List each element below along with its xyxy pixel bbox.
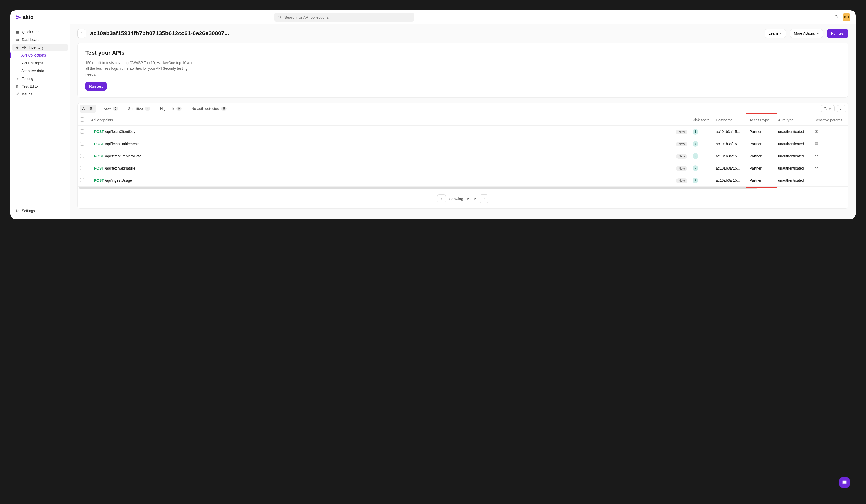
count-badge: 5 [221, 107, 226, 111]
nav-api-inventory[interactable]: ◆ API Inventory [12, 44, 68, 51]
brand-logo[interactable]: akto [15, 14, 62, 20]
col-risk[interactable]: Risk score [690, 114, 713, 126]
table-row[interactable]: POST /api/fetchClientKeyNew2ac10ab3af15.… [78, 126, 848, 138]
hostname-cell: ac10ab3af15... [713, 138, 747, 150]
risk-badge: 2 [692, 141, 698, 147]
learn-button[interactable]: Learn [765, 29, 786, 38]
access-cell: Partner [747, 162, 776, 175]
pagination: Showing 1-5 of 5 [78, 190, 848, 209]
intro-run-test-button[interactable]: Run test [85, 82, 107, 91]
horizontal-scrollbar[interactable] [79, 187, 757, 189]
mail-icon [814, 154, 819, 158]
nav-test-editor[interactable]: ▯ Test Editor [12, 82, 68, 90]
tab-all[interactable]: All 5 [80, 105, 96, 113]
endpoint-path: /api/ingestUsage [105, 178, 132, 182]
grid-icon: ▦ [15, 30, 19, 34]
mail-icon [814, 166, 819, 170]
intro-heading: Test your APIs [85, 49, 840, 56]
search-icon [823, 107, 827, 110]
sort-icon [840, 107, 843, 110]
sort-button[interactable] [837, 105, 846, 112]
bell-icon[interactable] [834, 15, 839, 20]
tab-high-risk[interactable]: High risk 0 [157, 105, 184, 113]
sensitive-cell [812, 126, 848, 138]
arrow-left-icon [80, 32, 84, 35]
nav-sensitive-data[interactable]: Sensitive data [12, 67, 68, 75]
col-sensitive[interactable]: Sensitive params [812, 114, 848, 126]
auth-cell: unauthenticated [776, 162, 812, 175]
topbar: akto BH [10, 10, 856, 24]
auth-cell: unauthenticated [776, 126, 812, 138]
chart-icon: ␥ [15, 92, 19, 96]
prev-page-button[interactable] [437, 194, 446, 203]
table-row[interactable]: POST /api/ingestUsageNew2ac10ab3af15...P… [78, 175, 848, 187]
avatar[interactable]: BH [843, 13, 851, 21]
brand-name: akto [23, 14, 33, 20]
table-tools [821, 105, 846, 112]
row-checkbox[interactable] [80, 166, 84, 170]
row-checkbox[interactable] [80, 142, 84, 146]
access-cell: Partner [747, 150, 776, 162]
endpoint-path: /api/fetchOrgMetaData [105, 154, 142, 158]
nav-testing[interactable]: ◎ Testing [12, 75, 68, 82]
gear-icon: ⚙ [15, 209, 19, 213]
endpoints-table: Api endpoints Risk score Hostname Access… [77, 114, 848, 209]
new-badge: New [676, 154, 687, 159]
svg-point-0 [278, 16, 280, 18]
filter-tabs: All 5 New 5 Sensitive 4 High risk 0 No a… [77, 103, 848, 114]
sensitive-cell [812, 162, 848, 175]
access-cell: Partner [747, 126, 776, 138]
more-actions-button[interactable]: More Actions [790, 29, 823, 38]
table-row[interactable]: POST /api/fetchSignatureNew2ac10ab3af15.… [78, 162, 848, 175]
hostname-cell: ac10ab3af15... [713, 150, 747, 162]
sensitive-cell [812, 175, 848, 187]
tab-sensitive[interactable]: Sensitive 4 [125, 105, 153, 113]
count-badge: 0 [176, 107, 182, 111]
access-cell: Partner [747, 138, 776, 150]
select-all-checkbox[interactable] [80, 117, 84, 122]
table-row[interactable]: POST /api/fetchEntitlementsNew2ac10ab3af… [78, 138, 848, 150]
svg-line-3 [826, 109, 826, 110]
col-access[interactable]: Access type [747, 114, 776, 126]
chevron-down-icon [779, 32, 782, 35]
nav-dashboard[interactable]: ▭ Dashboard [12, 36, 68, 44]
nav-api-changes[interactable]: API Changes [12, 59, 68, 67]
hostname-cell: ac10ab3af15... [713, 175, 747, 187]
nav-issues[interactable]: ␥ Issues [12, 90, 68, 98]
col-hostname[interactable]: Hostname [713, 114, 747, 126]
filter-icon [828, 107, 832, 110]
page-header: ac10ab3af15934fb7bb07135b612cc61-6e26e30… [70, 24, 856, 43]
inventory-icon: ◆ [15, 45, 19, 49]
tab-new[interactable]: New 5 [101, 105, 121, 113]
table-header-row: Api endpoints Risk score Hostname Access… [78, 114, 848, 126]
nav-settings[interactable]: ⚙ Settings [12, 206, 68, 215]
svg-rect-6 [815, 155, 818, 157]
search-input[interactable] [285, 15, 411, 20]
risk-badge: 2 [692, 153, 698, 159]
http-method: POST [94, 178, 104, 182]
run-test-button[interactable]: Run test [827, 29, 848, 38]
topbar-right: BH [834, 13, 851, 21]
row-checkbox[interactable] [80, 178, 84, 182]
nav-quick-start[interactable]: ▦ Quick Start [12, 28, 68, 36]
svg-rect-4 [815, 131, 818, 133]
col-auth[interactable]: Auth type [776, 114, 812, 126]
svg-rect-7 [815, 167, 818, 169]
search-filter-button[interactable] [821, 105, 835, 112]
chevron-left-icon [440, 197, 443, 200]
target-icon: ◎ [15, 77, 19, 81]
tab-no-auth[interactable]: No auth detected 5 [189, 105, 229, 113]
risk-badge: 2 [692, 165, 698, 171]
back-button[interactable] [77, 29, 86, 38]
search-box[interactable] [274, 13, 414, 22]
next-page-button[interactable] [480, 194, 488, 203]
table-row[interactable]: POST /api/fetchOrgMetaDataNew2ac10ab3af1… [78, 150, 848, 162]
auth-cell: unauthenticated [776, 138, 812, 150]
col-endpoints[interactable]: Api endpoints [88, 114, 672, 126]
new-badge: New [676, 166, 687, 171]
row-checkbox[interactable] [80, 130, 84, 134]
row-checkbox[interactable] [80, 154, 84, 158]
count-badge: 4 [145, 107, 151, 111]
nav-api-collections[interactable]: API Collections [12, 51, 68, 59]
file-icon: ▯ [15, 84, 19, 88]
